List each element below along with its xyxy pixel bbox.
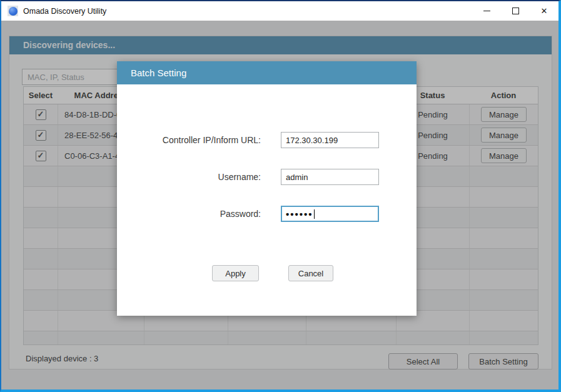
- username-input[interactable]: [281, 169, 379, 185]
- controller-url-input[interactable]: [281, 132, 379, 148]
- window-title: Omada Discovery Utility: [23, 7, 106, 16]
- dialog-title: Batch Setting: [117, 61, 417, 84]
- minimize-icon: [483, 11, 490, 11]
- apply-button[interactable]: Apply: [212, 265, 259, 281]
- password-masked-value: ••••••: [286, 209, 313, 219]
- batch-setting-dialog: Batch Setting Controller IP/Inform URL: …: [117, 61, 417, 316]
- app-window: Omada Discovery Utility ✕ Discovering de…: [0, 0, 561, 392]
- password-input[interactable]: ••••••: [281, 206, 379, 222]
- text-caret: [314, 209, 315, 219]
- window-controls: ✕: [472, 1, 558, 21]
- controller-url-label: Controller IP/Inform URL:: [117, 132, 261, 148]
- minimize-button[interactable]: [472, 1, 501, 21]
- maximize-icon: [512, 8, 519, 14]
- password-label: Password:: [117, 206, 261, 222]
- cancel-button[interactable]: Cancel: [288, 265, 333, 281]
- maximize-button[interactable]: [501, 1, 530, 21]
- window-content: Discovering devices... Select MAC Addres…: [1, 21, 558, 389]
- username-label: Username:: [117, 169, 261, 185]
- close-icon: ✕: [541, 7, 548, 15]
- titlebar: Omada Discovery Utility ✕: [1, 1, 558, 21]
- close-button[interactable]: ✕: [530, 1, 558, 21]
- app-logo-icon: [8, 6, 18, 16]
